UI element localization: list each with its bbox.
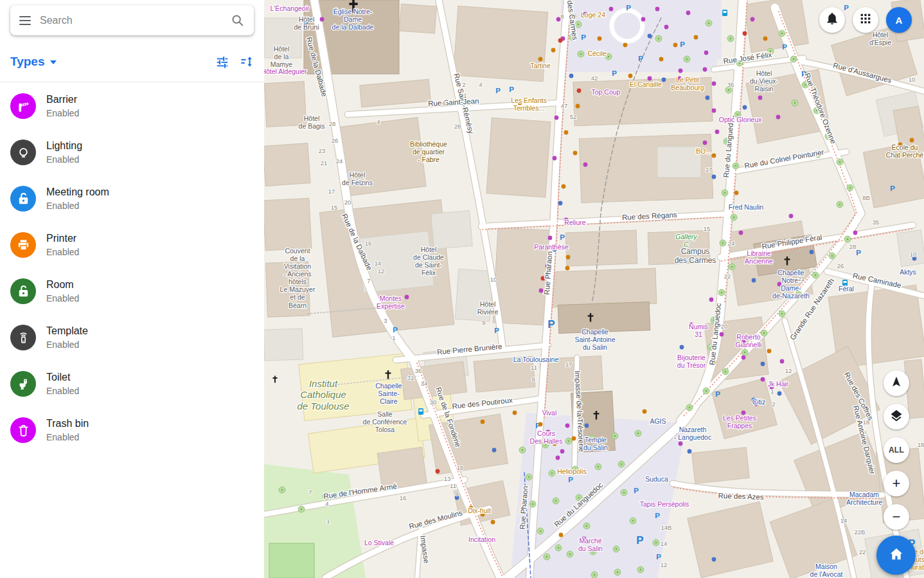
svg-text:24: 24 bbox=[336, 158, 343, 165]
svg-text:Jk Hair: Jk Hair bbox=[768, 380, 789, 388]
svg-text:17: 17 bbox=[565, 361, 573, 368]
svg-text:L'Échangeoir: L'Échangeoir bbox=[271, 5, 310, 12]
type-list-item[interactable]: PrinterEnabled bbox=[0, 222, 264, 268]
svg-text:Les EnfantsTerribles...: Les EnfantsTerribles... bbox=[511, 96, 546, 112]
svg-text:11: 11 bbox=[450, 482, 456, 489]
type-status: Enabled bbox=[46, 431, 89, 443]
type-label: Trash bin bbox=[46, 417, 89, 430]
zoom-out-button[interactable]: − bbox=[884, 504, 909, 530]
svg-text:Bijouteriedu Trésor: Bijouteriedu Trésor bbox=[677, 354, 706, 369]
svg-text:4: 4 bbox=[377, 118, 380, 125]
svg-text:12: 12 bbox=[378, 267, 385, 275]
plus-icon: + bbox=[893, 476, 901, 491]
type-label: Lighting bbox=[46, 140, 82, 152]
type-label: Toilet bbox=[46, 371, 79, 384]
lightbulb-icon bbox=[10, 140, 36, 165]
svg-text:Incitation: Incitation bbox=[468, 536, 495, 543]
type-status: Enabled bbox=[46, 200, 109, 212]
svg-text:18: 18 bbox=[457, 464, 464, 471]
sidebar-divider bbox=[0, 82, 264, 82]
svg-text:11: 11 bbox=[531, 364, 537, 371]
svg-text:10: 10 bbox=[490, 276, 497, 283]
menu-icon[interactable] bbox=[19, 16, 31, 25]
type-label: Meeting room bbox=[46, 186, 109, 199]
svg-text:7: 7 bbox=[367, 277, 370, 284]
svg-text:El Canaille: El Canaille bbox=[630, 80, 662, 88]
type-list-item[interactable]: RoomEnabled bbox=[0, 268, 264, 314]
app-window: PPPPPPPPPPPPPPPPPPPPPPPPPRue de la Dalba… bbox=[0, 0, 924, 578]
account-avatar[interactable]: A bbox=[886, 7, 912, 33]
svg-text:7: 7 bbox=[308, 489, 312, 496]
bell-icon bbox=[825, 12, 839, 28]
notifications-button[interactable] bbox=[819, 7, 845, 33]
svg-text:4: 4 bbox=[479, 81, 482, 88]
svg-text:23: 23 bbox=[319, 147, 326, 154]
svg-text:Hôteld'Espie: Hôteld'Espie bbox=[869, 31, 891, 46]
svg-text:P: P bbox=[495, 87, 501, 95]
svg-text:Templedu Salin: Templedu Salin bbox=[583, 436, 608, 451]
minus-icon: − bbox=[893, 510, 901, 524]
svg-text:17: 17 bbox=[328, 188, 335, 195]
search-input[interactable] bbox=[39, 14, 223, 27]
layers-button[interactable] bbox=[884, 404, 909, 429]
search-bar[interactable] bbox=[10, 5, 254, 35]
apps-button[interactable] bbox=[853, 7, 878, 33]
svg-text:17: 17 bbox=[706, 166, 713, 173]
map-canvas[interactable]: PPPPPPPPPPPPPPPPPPPPPPPPPRue de la Dalba… bbox=[264, 0, 924, 578]
avatar-letter: A bbox=[896, 15, 903, 26]
svg-text:35: 35 bbox=[873, 219, 880, 226]
svg-text:Vival: Vival bbox=[542, 409, 557, 417]
svg-text:Fred Naulin: Fred Naulin bbox=[729, 203, 763, 211]
svg-text:8: 8 bbox=[560, 13, 564, 20]
svg-text:Optic Glorieux: Optic Glorieux bbox=[719, 116, 762, 123]
type-list-item[interactable]: ToiletEnabled bbox=[0, 361, 264, 407]
svg-text:26: 26 bbox=[837, 262, 844, 269]
all-floors-button[interactable]: ALL bbox=[884, 437, 909, 463]
svg-text:P: P bbox=[581, 33, 586, 41]
svg-text:14: 14 bbox=[375, 260, 382, 267]
home-fab-button[interactable] bbox=[876, 536, 916, 575]
compass-button[interactable] bbox=[884, 370, 909, 396]
svg-text:MacadamArchitecture: MacadamArchitecture bbox=[846, 491, 882, 506]
sort-icon[interactable] bbox=[240, 55, 254, 69]
printer-icon bbox=[10, 232, 36, 258]
svg-text:28: 28 bbox=[849, 243, 857, 250]
type-list-item[interactable]: TemplateEnabled bbox=[0, 314, 264, 361]
svg-text:P: P bbox=[844, 4, 849, 12]
search-icon[interactable] bbox=[231, 14, 245, 28]
svg-text:15: 15 bbox=[704, 225, 711, 232]
home-icon bbox=[887, 545, 905, 566]
svg-text:Les PetitesFrappes: Les PetitesFrappes bbox=[723, 414, 756, 429]
svg-text:8B: 8B bbox=[862, 194, 870, 201]
svg-text:1: 1 bbox=[392, 334, 395, 341]
map-svg[interactable]: PPPPPPPPPPPPPPPPPPPPPPPPPRue de la Dalba… bbox=[264, 0, 924, 578]
svg-text:MontesExpertise: MontesExpertise bbox=[377, 294, 405, 310]
svg-text:13: 13 bbox=[444, 475, 451, 482]
svg-text:3: 3 bbox=[384, 317, 387, 324]
type-list-item[interactable]: Trash binEnabled bbox=[0, 407, 264, 453]
svg-text:36: 36 bbox=[727, 81, 734, 88]
svg-text:Nazareth- Languedoc: Nazareth- Languedoc bbox=[674, 426, 711, 441]
svg-text:P: P bbox=[626, 4, 631, 12]
type-label: Template bbox=[46, 325, 88, 338]
svg-text:16: 16 bbox=[400, 494, 407, 501]
type-status: Enabled bbox=[46, 293, 79, 304]
filter-tune-icon[interactable] bbox=[215, 55, 229, 69]
svg-text:22B: 22B bbox=[855, 528, 866, 536]
type-list-item[interactable]: BarrierEnabled bbox=[0, 83, 264, 129]
svg-text:4: 4 bbox=[325, 500, 328, 507]
svg-text:42: 42 bbox=[591, 75, 598, 82]
svg-text:Dix-huit: Dix-huit bbox=[468, 507, 491, 514]
type-list-item[interactable]: Meeting roomEnabled bbox=[0, 176, 264, 222]
types-dropdown[interactable]: Types bbox=[10, 55, 57, 69]
svg-text:15: 15 bbox=[331, 204, 338, 211]
zoom-in-button[interactable]: + bbox=[884, 471, 909, 496]
svg-text:28: 28 bbox=[329, 120, 336, 127]
svg-text:10: 10 bbox=[909, 76, 916, 83]
svg-text:RobertoGiannelli: RobertoGiannelli bbox=[736, 333, 762, 348]
type-status: Enabled bbox=[46, 154, 82, 165]
svg-text:Suduca: Suduca bbox=[645, 475, 668, 483]
svg-text:Hôtel Aldeguier: Hôtel Aldeguier bbox=[264, 68, 307, 75]
type-label: Room bbox=[46, 278, 79, 291]
type-list-item[interactable]: LightingEnabled bbox=[0, 129, 264, 176]
